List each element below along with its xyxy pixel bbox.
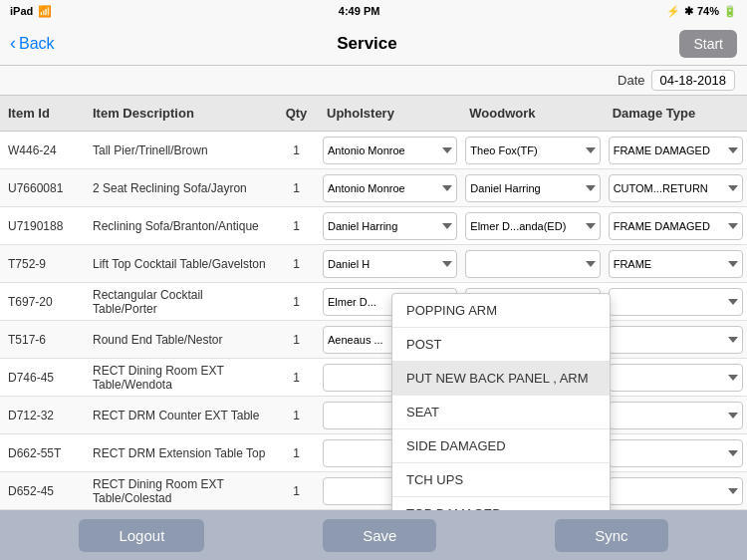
damage-select[interactable]: FRAME DAMAGED: [609, 137, 743, 164]
cell-description: Rectangular Cocktail Table/Porter: [85, 284, 274, 320]
cell-woodwork[interactable]: Theo Fox(TF): [461, 133, 604, 168]
cell-qty: 1: [274, 215, 319, 237]
damage-select[interactable]: [609, 402, 743, 429]
cell-qty: 1: [274, 253, 319, 275]
dropdown-menu-item[interactable]: PUT NEW BACK PANEL , ARM: [392, 362, 610, 396]
carrier-label: iPad: [10, 5, 33, 17]
cell-damage[interactable]: CUTOM...RETURN: [605, 170, 747, 206]
page-title: Service: [337, 34, 397, 54]
cell-item-id: D746-45: [0, 367, 85, 389]
table-row: D712-32 RECT DRM Counter EXT Table 1: [0, 397, 747, 434]
wifi-icon: 📶: [38, 5, 52, 18]
col-header-description: Item Description: [85, 106, 274, 121]
dropdown-menu-item[interactable]: POST: [392, 328, 610, 362]
damage-select[interactable]: FRAME: [609, 250, 743, 278]
date-row: Date 04-18-2018: [0, 66, 747, 96]
cell-damage[interactable]: [605, 398, 747, 433]
damage-select[interactable]: [609, 326, 743, 354]
cell-damage[interactable]: FRAME DAMAGED: [605, 208, 747, 244]
col-header-damage: Damage Type: [605, 106, 747, 121]
cell-upholstery[interactable]: Daniel Harring: [319, 208, 461, 244]
table-row: T697-20 Rectangular Cocktail Table/Porte…: [0, 283, 747, 321]
table-row: D662-55T RECT DRM Extension Table Top 1: [0, 434, 747, 472]
cell-qty: 1: [274, 480, 319, 502]
cell-damage[interactable]: [605, 435, 747, 471]
cell-item-id: D662-55T: [0, 442, 85, 464]
cell-description: Lift Top Cocktail Table/Gavelston: [85, 253, 274, 275]
status-left: iPad 📶: [10, 5, 52, 18]
cell-woodwork[interactable]: Daniel Harring: [461, 170, 604, 206]
dropdown-menu-item[interactable]: SIDE DAMAGED: [392, 429, 610, 463]
cell-qty: 1: [274, 329, 319, 351]
cell-description: RECT Dining Room EXT Table/Wendota: [85, 360, 274, 396]
cell-damage[interactable]: FRAME DAMAGED: [605, 133, 747, 168]
table-row: D652-45 RECT Dining Room EXT Table/Coles…: [0, 472, 747, 510]
cell-description: Tall Pier/Trinell/Brown: [85, 140, 274, 161]
cell-upholstery[interactable]: Antonio Monroe: [319, 133, 461, 168]
date-label: Date: [618, 73, 644, 88]
upholstery-select[interactable]: Antonio Monroe: [323, 174, 457, 202]
woodwork-select[interactable]: Theo Fox(TF): [465, 137, 600, 164]
table-row: U7190188 Reclining Sofa/Branton/Antique …: [0, 207, 747, 245]
cell-description: RECT DRM Counter EXT Table: [85, 405, 274, 426]
cell-woodwork[interactable]: [461, 246, 604, 282]
damage-select[interactable]: [609, 439, 743, 467]
cell-damage[interactable]: [605, 284, 747, 320]
damage-select[interactable]: [609, 477, 743, 505]
cell-description: Round End Table/Nestor: [85, 329, 274, 351]
damage-select[interactable]: FRAME DAMAGED: [609, 212, 743, 240]
cell-item-id: D712-32: [0, 405, 85, 426]
dropdown-menu-item[interactable]: POPPING ARM: [392, 294, 610, 328]
back-button[interactable]: ‹ Back: [10, 33, 55, 54]
woodwork-select[interactable]: Daniel Harring: [465, 174, 600, 202]
upholstery-select[interactable]: Antonio Monroe: [323, 137, 457, 164]
cell-item-id: W446-24: [0, 140, 85, 161]
cell-item-id: T697-20: [0, 291, 85, 313]
nav-bar: ‹ Back Service Start: [0, 22, 747, 66]
table-header: Item Id Item Description Qty Upholstery …: [0, 96, 747, 132]
damage-select[interactable]: [609, 288, 743, 316]
date-value: 04-18-2018: [651, 70, 736, 91]
start-button[interactable]: Start: [679, 30, 737, 58]
table-row: U7660081 2 Seat Reclining Sofa/Jayron 1 …: [0, 169, 747, 207]
back-label: Back: [19, 35, 55, 53]
cell-damage[interactable]: [605, 360, 747, 396]
cell-damage[interactable]: FRAME: [605, 246, 747, 282]
cell-upholstery[interactable]: Antonio Monroe: [319, 170, 461, 206]
status-right: ⚡ ✱ 74% 🔋: [666, 5, 737, 18]
cell-description: RECT DRM Extension Table Top: [85, 442, 274, 464]
col-header-woodwork: Woodwork: [461, 106, 604, 121]
cell-woodwork[interactable]: Elmer D...anda(ED): [461, 208, 604, 244]
cell-qty: 1: [274, 177, 319, 199]
damage-type-dropdown[interactable]: POPPING ARMPOSTPUT NEW BACK PANEL , ARMS…: [391, 293, 611, 510]
upholstery-select[interactable]: Daniel Harring: [323, 212, 457, 240]
table-row: D746-45 RECT Dining Room EXT Table/Wendo…: [0, 359, 747, 397]
save-button[interactable]: Save: [323, 519, 436, 552]
woodwork-select[interactable]: Elmer D...anda(ED): [465, 212, 600, 240]
cell-qty: 1: [274, 140, 319, 161]
dropdown-menu-item[interactable]: SEAT: [392, 396, 610, 429]
cell-qty: 1: [274, 291, 319, 313]
table-row: T517-6 Round End Table/Nestor 1 Aeneaus …: [0, 321, 747, 359]
cell-item-id: U7190188: [0, 215, 85, 237]
status-bar: iPad 📶 4:49 PM ⚡ ✱ 74% 🔋: [0, 0, 747, 22]
cell-item-id: T517-6: [0, 329, 85, 351]
cell-damage[interactable]: [605, 322, 747, 358]
logout-button[interactable]: Logout: [79, 519, 204, 552]
dropdown-menu-item[interactable]: TCH UPS: [392, 463, 610, 497]
damage-select[interactable]: [609, 364, 743, 392]
cell-item-id: T752-9: [0, 253, 85, 275]
table-row: W446-24 Tall Pier/Trinell/Brown 1 Antoni…: [0, 132, 747, 169]
table-body: W446-24 Tall Pier/Trinell/Brown 1 Antoni…: [0, 132, 747, 510]
battery-label: 74%: [697, 5, 719, 17]
damage-select[interactable]: CUTOM...RETURN: [609, 174, 743, 202]
sync-button[interactable]: Sync: [555, 519, 667, 552]
upholstery-select[interactable]: Daniel H: [323, 250, 457, 278]
woodwork-select[interactable]: [465, 250, 600, 278]
cell-item-id: U7660081: [0, 177, 85, 199]
cell-upholstery[interactable]: Daniel H: [319, 246, 461, 282]
status-time: 4:49 PM: [339, 5, 380, 17]
cell-damage[interactable]: [605, 473, 747, 509]
dropdown-menu-item[interactable]: TOP DAMAGED: [392, 497, 610, 510]
service-table: Item Id Item Description Qty Upholstery …: [0, 96, 747, 510]
